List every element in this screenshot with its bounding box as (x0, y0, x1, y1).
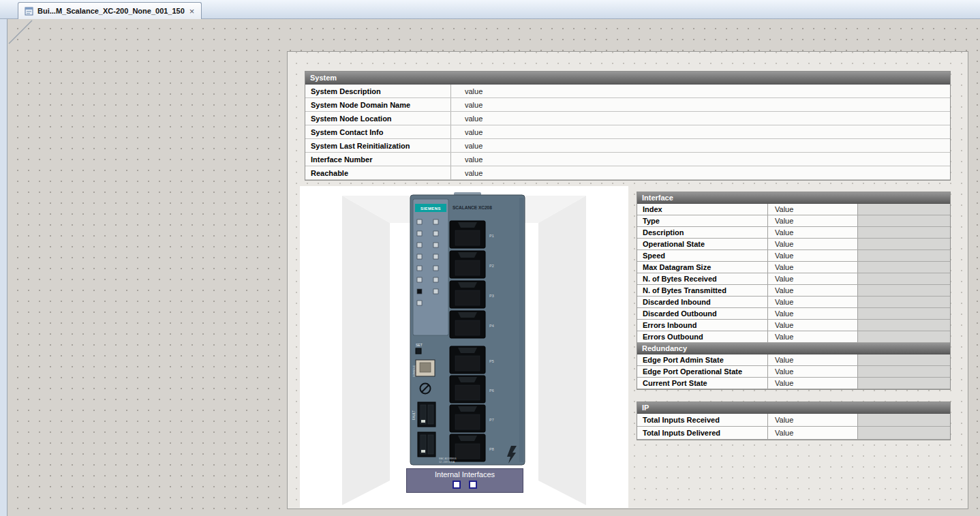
internal-interface-checkbox-2[interactable] (469, 481, 477, 489)
row-label: Reachable (305, 166, 451, 179)
svg-text:P2: P2 (489, 264, 494, 268)
row-label: System Description (305, 85, 451, 97)
console-port: CONSOLE (413, 360, 435, 377)
tab-bar: Bui...M_Scalance_XC-200_None_001_150 × (0, 0, 980, 19)
row-label: Errors Outbound (637, 331, 768, 342)
svg-text:P8: P8 (489, 447, 494, 451)
row-value-field: value (451, 139, 950, 152)
row-label: N. of Bytes Transmitted (637, 285, 768, 296)
table-row: TypeValue (637, 215, 950, 227)
svg-text:P1: P1 (489, 234, 494, 238)
svg-text:P3: P3 (489, 294, 494, 298)
row-label: Operational State (637, 239, 768, 249)
row-value-field: Value (768, 427, 858, 439)
row-label: System Node Domain Name (305, 98, 451, 111)
row-value-field: Value (768, 285, 858, 296)
row-label: Edge Port Operational State (637, 366, 768, 377)
tab-title: Bui...M_Scalance_XC-200_None_001_150 (37, 7, 185, 15)
row-label: Discarded Inbound (637, 297, 768, 307)
ip-table-header: IP (637, 402, 950, 414)
device-image-panel: SIEMENS SCALANCE XC208 (300, 186, 628, 508)
device-model-text: SCALANCE XC208 (453, 205, 492, 210)
table-row: System Node Locationvalue (305, 112, 950, 125)
svg-text:P7: P7 (489, 418, 494, 422)
tab-close-icon[interactable]: × (189, 7, 196, 16)
row-value-field: value (451, 98, 950, 111)
svg-text:P6: P6 (489, 389, 494, 393)
row-label: N. of Bytes Received (637, 273, 768, 284)
table-row: Errors OutboundValue (637, 331, 950, 343)
row-value-field: Value (768, 215, 858, 226)
row-label: Speed (637, 250, 768, 261)
table-row: Total Inputs DeliveredValue (637, 427, 950, 440)
interface-table-header: Interface (637, 192, 950, 204)
row-value-field: Value (768, 366, 858, 377)
system-table-body: System DescriptionvalueSystem Node Domai… (305, 85, 950, 180)
row-value-field: Value (768, 378, 858, 389)
row-label: Type (637, 215, 768, 226)
row-value-field: Value (768, 354, 858, 365)
svg-text:FAULT: FAULT (412, 410, 416, 420)
row-label: Discarded Outbound (637, 308, 768, 319)
scalance-switch-image: SIEMENS SCALANCE XC208 (390, 192, 538, 469)
svg-text:SIEMENS: SIEMENS (420, 207, 441, 211)
row-value-field: value (451, 85, 950, 97)
svg-text:P5: P5 (489, 359, 494, 363)
internal-interface-checkbox-1[interactable] (453, 481, 461, 489)
canvas-corner-cut (7, 19, 35, 46)
table-row: System Descriptionvalue (305, 85, 950, 98)
row-value-field: value (451, 166, 950, 179)
row-value-field: value (451, 153, 950, 166)
faceplate-panel: System System DescriptionvalueSystem Nod… (287, 51, 968, 509)
row-label: Edge Port Admin State (637, 354, 768, 365)
row-value-field: Value (768, 320, 858, 331)
row-value-field: Value (768, 297, 858, 307)
table-row: System Last Reinitializationvalue (305, 139, 950, 153)
row-value-field: Value (768, 273, 858, 284)
row-label: Index (637, 204, 768, 215)
row-value-field: value (451, 112, 950, 125)
editor-canvas: System System DescriptionvalueSystem Nod… (7, 19, 980, 516)
redundancy-table-body: Edge Port Admin StateValueEdge Port Oper… (637, 354, 950, 389)
internal-interfaces-bar: Internal Interfaces (406, 468, 523, 493)
table-row: Reachablevalue (305, 166, 950, 180)
row-label: Interface Number (305, 153, 451, 166)
row-value-field: value (451, 125, 950, 138)
interface-table: Interface IndexValueTypeValueDescription… (637, 192, 951, 390)
row-value-field: Value (768, 227, 858, 238)
table-row: DescriptionValue (637, 227, 950, 239)
system-table-header: System (305, 72, 950, 85)
table-row: Current Port StateValue (637, 378, 950, 389)
interface-table-body: IndexValueTypeValueDescriptionValueOpera… (637, 204, 950, 343)
table-row: Operational StateValue (637, 239, 950, 250)
table-row: System Contact Infovalue (305, 125, 950, 139)
table-row: Max Datagram SizeValue (637, 262, 950, 273)
svg-text:SET: SET (416, 343, 423, 347)
table-row: SpeedValue (637, 250, 950, 262)
faceplate-tab-icon (25, 7, 33, 16)
row-label: Current Port State (637, 378, 768, 389)
editor-tab[interactable]: Bui...M_Scalance_XC-200_None_001_150 × (18, 2, 202, 19)
row-value-field: Value (768, 262, 858, 273)
mac-address-text: MAC ADDRESS (439, 457, 457, 460)
table-row: Discarded InboundValue (637, 297, 950, 308)
table-row: System Node Domain Namevalue (305, 98, 950, 112)
svg-text:P4: P4 (489, 324, 494, 328)
siemens-logo: SIEMENS (415, 204, 446, 212)
ip-table: IP Total Inputs ReceivedValueTotal Input… (637, 401, 951, 440)
row-label: System Node Location (305, 112, 451, 125)
row-value-field: Value (768, 204, 858, 215)
table-row: Errors InboundValue (637, 320, 950, 331)
system-table: System System DescriptionvalueSystem Nod… (305, 71, 951, 181)
table-row: N. of Bytes TransmittedValue (637, 285, 950, 297)
table-row: Edge Port Admin StateValue (637, 354, 950, 366)
row-value-field: Value (768, 414, 858, 426)
internal-interfaces-label: Internal Interfaces (435, 470, 495, 479)
table-row: Total Inputs ReceivedValue (637, 414, 950, 427)
row-value-field: Value (768, 239, 858, 249)
table-row: Interface Numbervalue (305, 153, 950, 166)
svg-text:CONSOLE: CONSOLE (413, 365, 416, 377)
table-row: IndexValue (637, 204, 950, 215)
row-value-field: Value (768, 331, 858, 342)
table-row: Discarded OutboundValue (637, 308, 950, 320)
